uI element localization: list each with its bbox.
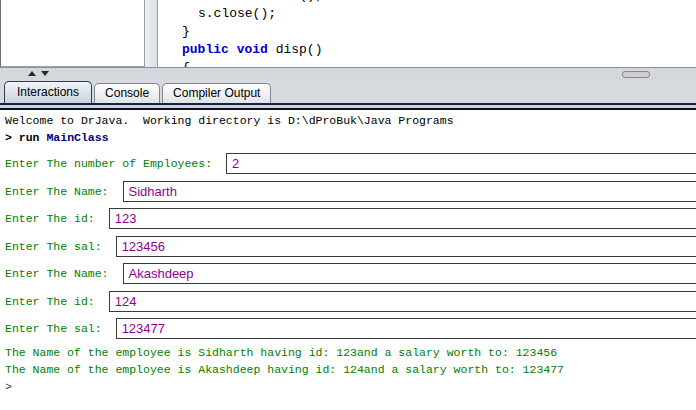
program-output: The Name of the employee is Sidharth hav… <box>5 344 696 378</box>
prompt-prefix: > run <box>5 131 46 144</box>
stdin-value: Sidharth <box>129 184 177 199</box>
editor-section: sal=s.nextInt(); s.close(); } public voi… <box>0 0 696 68</box>
output-line: The Name of the employee is Sidharth hav… <box>5 344 696 361</box>
pane-tab-bar: Interactions Console Compiler Output <box>0 80 696 103</box>
stdin-row: Enter The number of Employees: 2 <box>5 153 696 174</box>
code-space <box>229 42 237 57</box>
horizontal-splitter[interactable] <box>0 68 696 80</box>
stdout-prompt-label: Enter The number of Employees: <box>5 157 212 170</box>
documents-list-panel[interactable] <box>0 0 145 67</box>
stdout-prompt-label: Enter The id: <box>5 295 95 308</box>
stdin-input-box[interactable]: 123456 <box>116 236 696 257</box>
code-line: s.close(); <box>158 5 696 23</box>
interactions-pane[interactable]: Welcome to DrJava. Working directory is … <box>0 110 696 410</box>
splitter-grip[interactable] <box>622 71 650 78</box>
tab-compiler-output[interactable]: Compiler Output <box>162 83 271 103</box>
stdin-input-box[interactable]: 2 <box>226 153 696 174</box>
tab-interactions[interactable]: Interactions <box>4 81 92 103</box>
tab-console[interactable]: Console <box>94 83 160 103</box>
stdin-input-box[interactable]: Akashdeep <box>123 263 696 284</box>
drjava-window: sal=s.nextInt(); s.close(); } public voi… <box>0 0 696 410</box>
output-line: The Name of the employee is Akashdeep ha… <box>5 361 696 378</box>
stdin-row: Enter The Name: Sidharth <box>5 181 696 202</box>
stdout-prompt-label: Enter The Name: <box>5 267 109 280</box>
stdin-row: Enter The id: 123 <box>5 208 696 229</box>
stdout-prompt-label: Enter The sal: <box>5 240 102 253</box>
stdin-input-box[interactable]: 124 <box>109 291 696 312</box>
code-editor[interactable]: sal=s.nextInt(); s.close(); } public voi… <box>158 0 696 67</box>
splitter-collapse-buttons <box>28 71 49 76</box>
collapse-down-icon[interactable] <box>41 71 49 76</box>
code-line: public void disp() <box>158 41 696 59</box>
interactions-prompt[interactable]: > <box>5 378 696 395</box>
stdin-value: 123456 <box>122 239 165 254</box>
stdin-input-box[interactable]: 123477 <box>116 318 696 339</box>
run-command-line: > run MainClass <box>5 129 696 146</box>
collapse-up-icon[interactable] <box>28 71 36 76</box>
stdin-value: 123477 <box>122 321 165 336</box>
stdout-prompt-label: Enter The sal: <box>5 322 102 335</box>
stdin-value: 123 <box>115 211 137 226</box>
stdin-value: 2 <box>232 156 239 171</box>
code-line: } <box>158 23 696 41</box>
stdout-prompt-label: Enter The Name: <box>5 185 109 198</box>
stdin-row: Enter The Name: Akashdeep <box>5 263 696 284</box>
java-keyword: void <box>237 42 268 57</box>
stdin-row: Enter The sal: 123456 <box>5 236 696 257</box>
vertical-splitter[interactable] <box>145 0 158 67</box>
welcome-message: Welcome to DrJava. Working directory is … <box>5 112 696 129</box>
stdin-input-box[interactable]: Sidharth <box>123 181 696 202</box>
code-line: { <box>158 59 696 67</box>
stdin-value: Akashdeep <box>129 266 194 281</box>
stdin-input-box[interactable]: 123 <box>109 208 696 229</box>
class-name: MainClass <box>46 131 108 144</box>
stdin-value: 124 <box>115 294 137 309</box>
method-signature: disp() <box>268 42 323 57</box>
stdin-row: Enter The id: 124 <box>5 291 696 312</box>
stdout-prompt-label: Enter The id: <box>5 212 95 225</box>
stdin-row: Enter The sal: 123477 <box>5 318 696 339</box>
java-keyword: public <box>182 42 229 57</box>
